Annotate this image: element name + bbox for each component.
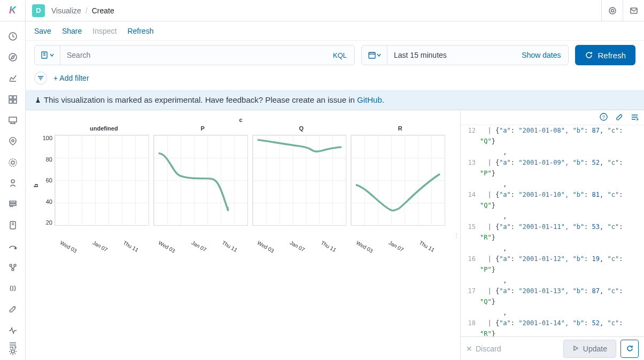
svg-rect-16: [10, 221, 15, 229]
breadcrumb-item[interactable]: Visualize: [51, 6, 81, 15]
top-bar: K D Visualize / Create: [0, 0, 644, 21]
svg-point-11: [11, 161, 14, 164]
play-icon: [572, 344, 579, 353]
saved-query-button[interactable]: [35, 45, 60, 65]
chart-column-title: c: [32, 117, 449, 123]
share-link[interactable]: Share: [62, 27, 82, 35]
refresh-link[interactable]: Refresh: [127, 27, 153, 35]
plot-R: [351, 135, 445, 226]
side-nav: [0, 21, 26, 360]
action-bar: Save Share Inspect Refresh: [26, 21, 644, 41]
newsfeed-icon[interactable]: [601, 0, 623, 21]
mail-icon[interactable]: [623, 0, 644, 21]
refresh-button-label: Refresh: [598, 51, 626, 60]
space-badge[interactable]: D: [32, 4, 45, 17]
svg-rect-15: [10, 204, 16, 205]
svg-rect-9: [9, 117, 17, 122]
date-quick-button[interactable]: [362, 45, 387, 65]
search-input[interactable]: [60, 51, 325, 59]
facet-title: undefined: [55, 125, 153, 135]
svg-point-10: [12, 140, 14, 142]
breadcrumb-sep: /: [86, 6, 88, 15]
discard-button: ✕ Discard: [466, 344, 501, 353]
kql-toggle[interactable]: KQL: [325, 51, 354, 59]
filter-row: + Add filter: [26, 70, 644, 90]
editor-pane: ? 12 | {"a": "2001-01-08", "b": 87, "c":…: [460, 110, 644, 360]
svg-text:?: ?: [602, 114, 605, 120]
nav-canvas-icon[interactable]: [4, 112, 21, 128]
editor-footer: ✕ Discard Update: [461, 336, 644, 360]
svg-rect-23: [369, 52, 375, 58]
notice-text: This visualization is marked as experime…: [44, 95, 357, 104]
date-range-text[interactable]: Last 15 minutes: [387, 51, 514, 59]
nav-ml-icon[interactable]: [4, 154, 21, 171]
nav-discover-icon[interactable]: [4, 49, 21, 65]
svg-rect-8: [13, 100, 17, 103]
nav-logs-icon[interactable]: [4, 196, 21, 213]
breadcrumb-current: Create: [92, 6, 114, 15]
date-picker: Last 15 minutes Show dates: [361, 45, 569, 65]
close-icon: ✕: [466, 344, 472, 353]
svg-point-12: [9, 159, 17, 166]
nav-devtools-icon[interactable]: [4, 301, 21, 318]
add-filter-button[interactable]: + Add filter: [53, 74, 89, 82]
x-ticks: Wed 03Jan 07Thu 11 Wed 03Jan 07Thu 11 We…: [55, 236, 449, 246]
app-logo[interactable]: K: [0, 0, 26, 21]
svg-rect-6: [13, 96, 17, 99]
nav-infra-icon[interactable]: [4, 175, 21, 192]
svg-rect-5: [9, 96, 12, 99]
svg-rect-7: [9, 100, 12, 103]
plot-Q: [252, 135, 347, 226]
svg-rect-14: [10, 201, 16, 203]
expand-icon[interactable]: [631, 113, 639, 122]
reload-button[interactable]: [620, 340, 639, 358]
search-group: KQL: [34, 45, 355, 65]
show-dates-button[interactable]: Show dates: [514, 51, 568, 59]
svg-point-4: [9, 53, 17, 61]
nav-recent-icon[interactable]: [4, 28, 21, 44]
plot-P: [153, 135, 248, 226]
svg-rect-2: [631, 8, 637, 13]
svg-point-18: [10, 264, 12, 266]
facet-title: R: [351, 125, 449, 135]
breadcrumb: Visualize / Create: [51, 6, 601, 15]
svg-point-17: [14, 247, 16, 249]
nav-uptime-icon[interactable]: [4, 238, 21, 255]
svg-point-20: [12, 269, 14, 271]
facet-title: P: [153, 125, 252, 135]
nav-siem-icon[interactable]: [4, 259, 21, 275]
nav-code-icon[interactable]: [4, 280, 21, 297]
svg-point-1: [611, 9, 614, 12]
nav-apm-icon[interactable]: [4, 217, 21, 234]
svg-point-19: [14, 264, 16, 266]
wrench-icon[interactable]: [615, 113, 623, 122]
inspect-link: Inspect: [92, 27, 117, 35]
code-editor[interactable]: 12 | {"a": "2001-01-08", "b": 87, "c": "…: [461, 125, 644, 336]
nav-visualize-icon[interactable]: [4, 70, 21, 87]
github-link[interactable]: GitHub: [357, 95, 382, 104]
chart-pane: c undefined P Q R b 100 80 60 40 20: [26, 110, 456, 360]
facet-title: Q: [252, 125, 351, 135]
svg-point-0: [609, 7, 616, 14]
pane-resizer[interactable]: ⋮⋮: [456, 110, 460, 360]
filter-options-icon[interactable]: [34, 72, 47, 85]
nav-dashboard-icon[interactable]: [4, 91, 21, 108]
help-icon[interactable]: ?: [600, 113, 608, 122]
save-link[interactable]: Save: [34, 27, 51, 35]
editor-toolbar: ?: [461, 110, 644, 125]
svg-point-13: [11, 180, 14, 183]
flask-icon: [34, 95, 44, 104]
experimental-notice: This visualization is marked as experime…: [26, 90, 644, 110]
update-button: Update: [563, 340, 616, 358]
search-row: KQL Last 15 minutes Show dates Refresh: [26, 41, 644, 70]
refresh-button[interactable]: Refresh: [575, 45, 635, 65]
y-ticks: 100 80 60 40 20: [40, 135, 55, 226]
nav-maps-icon[interactable]: [4, 133, 21, 150]
notice-suffix: .: [382, 95, 384, 104]
plot-undefined: [55, 135, 149, 226]
y-axis-label: b: [32, 135, 40, 236]
nav-collapse-icon[interactable]: [4, 336, 21, 354]
